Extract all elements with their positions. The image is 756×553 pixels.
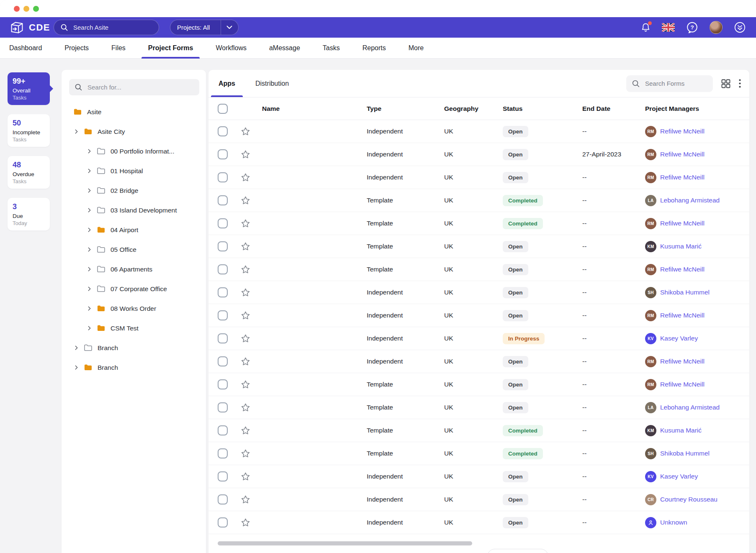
- project-manager-link[interactable]: Refilwe McNeill: [660, 151, 705, 158]
- star-icon[interactable]: [240, 448, 262, 459]
- project-manager-link[interactable]: Shikoba Hummel: [660, 289, 710, 296]
- chevron-down-icon[interactable]: [221, 20, 238, 35]
- tree-search-input[interactable]: [87, 83, 179, 91]
- project-manager-link[interactable]: Refilwe McNeill: [660, 381, 705, 388]
- chevron-right-icon[interactable]: [87, 286, 92, 292]
- nav-tab-amessage[interactable]: aMessage: [262, 38, 307, 58]
- kebab-menu-icon[interactable]: [739, 79, 741, 88]
- select-all-checkbox[interactable]: [218, 104, 228, 114]
- nav-tab-tasks[interactable]: Tasks: [316, 38, 347, 58]
- row-checkbox[interactable]: [218, 379, 228, 389]
- star-icon[interactable]: [240, 172, 262, 183]
- chevron-right-icon[interactable]: [87, 325, 92, 331]
- tree-item-02-bridge[interactable]: 02 Bridge: [69, 181, 199, 200]
- row-checkbox[interactable]: [218, 264, 228, 274]
- nav-tab-files[interactable]: Files: [105, 38, 132, 58]
- star-icon[interactable]: [240, 425, 262, 436]
- scrollbar-thumb[interactable]: [218, 541, 472, 545]
- tree-item-branch[interactable]: Branch: [69, 338, 199, 358]
- tree-item-00-portfolio-informat[interactable]: 00 Portfolio Informat...: [69, 141, 199, 161]
- tree-item-08-works-order[interactable]: 08 Works Order: [69, 299, 199, 318]
- project-manager-link[interactable]: Courtney Rousseau: [660, 496, 717, 503]
- window-zoom-button[interactable]: [33, 6, 39, 12]
- row-checkbox[interactable]: [218, 195, 228, 205]
- row-checkbox[interactable]: [218, 517, 228, 527]
- task-stat-incomplete-tasks[interactable]: 50IncompleteTasks: [8, 114, 50, 147]
- chevron-right-icon[interactable]: [87, 207, 92, 213]
- tree-item-branch[interactable]: Branch: [69, 358, 199, 377]
- row-checkbox[interactable]: [218, 356, 228, 366]
- project-manager-link[interactable]: Refilwe McNeill: [660, 266, 705, 273]
- language-flag-uk-icon[interactable]: [662, 23, 675, 32]
- tree-item-04-airport[interactable]: 04 Airport: [69, 220, 199, 240]
- project-manager-link[interactable]: Refilwe McNeill: [660, 312, 705, 319]
- tree-item-01-hospital[interactable]: 01 Hospital: [69, 161, 199, 181]
- project-manager-link[interactable]: Lebohang Armistead: [660, 404, 720, 411]
- star-icon[interactable]: [240, 402, 262, 413]
- tree-item-05-office[interactable]: 05 Office: [69, 240, 199, 259]
- tree-item-asite-city[interactable]: Asite City: [69, 122, 199, 141]
- tree-item-07-corporate-office[interactable]: 07 Corporate Office: [69, 279, 199, 299]
- tree-item-asite[interactable]: Asite: [69, 102, 199, 122]
- nav-tab-more[interactable]: More: [402, 38, 430, 58]
- chevron-right-icon[interactable]: [87, 168, 92, 174]
- project-manager-link[interactable]: Shikoba Hummel: [660, 450, 710, 457]
- window-close-button[interactable]: [14, 6, 20, 12]
- project-manager-link[interactable]: Kusuma Marić: [660, 243, 702, 250]
- window-minimize-button[interactable]: [23, 6, 29, 12]
- pagination-pill[interactable]: [487, 549, 548, 553]
- star-icon[interactable]: [240, 218, 262, 229]
- star-icon[interactable]: [240, 494, 262, 505]
- star-icon[interactable]: [240, 126, 262, 137]
- tree-search[interactable]: [69, 79, 199, 95]
- project-manager-link[interactable]: Kusuma Marić: [660, 427, 702, 434]
- nav-tab-reports[interactable]: Reports: [356, 38, 393, 58]
- star-icon[interactable]: [240, 241, 262, 252]
- project-manager-link[interactable]: Refilwe McNeill: [660, 220, 705, 227]
- chevron-right-icon[interactable]: [87, 148, 92, 154]
- app-logo[interactable]: CDE: [9, 20, 50, 35]
- notifications-bell-icon[interactable]: [641, 22, 651, 33]
- tab-apps[interactable]: Apps: [217, 70, 237, 97]
- star-icon[interactable]: [240, 517, 262, 528]
- task-stat-due-today[interactable]: 3DueToday: [8, 198, 50, 230]
- row-checkbox[interactable]: [218, 402, 228, 412]
- project-manager-link[interactable]: Unknown: [660, 519, 687, 526]
- row-checkbox[interactable]: [218, 494, 228, 504]
- chevron-right-icon[interactable]: [87, 227, 92, 233]
- nav-tab-dashboard[interactable]: Dashboard: [3, 38, 49, 58]
- forms-search-input[interactable]: [644, 79, 703, 87]
- chevron-right-icon[interactable]: [87, 188, 92, 193]
- chevron-right-icon[interactable]: [74, 365, 79, 370]
- star-icon[interactable]: [240, 379, 262, 390]
- chevron-right-icon[interactable]: [87, 266, 92, 272]
- star-icon[interactable]: [240, 264, 262, 275]
- project-manager-link[interactable]: Refilwe McNeill: [660, 128, 705, 135]
- star-icon[interactable]: [240, 333, 262, 344]
- row-checkbox[interactable]: [218, 126, 228, 136]
- star-icon[interactable]: [240, 287, 262, 298]
- nav-tab-project-forms[interactable]: Project Forms: [141, 38, 200, 58]
- global-search-input[interactable]: [72, 23, 144, 31]
- chevron-right-icon[interactable]: [74, 345, 79, 351]
- project-manager-link[interactable]: Lebohang Armistead: [660, 197, 720, 204]
- star-icon[interactable]: [240, 471, 262, 482]
- double-chevron-down-icon[interactable]: [734, 21, 746, 33]
- project-manager-link[interactable]: Kasey Varley: [660, 335, 698, 342]
- user-avatar[interactable]: [710, 21, 723, 34]
- tab-distribution[interactable]: Distribution: [254, 70, 291, 97]
- star-icon[interactable]: [240, 149, 262, 160]
- tree-item-03-island-development[interactable]: 03 Island Development: [69, 200, 199, 220]
- grid-view-icon[interactable]: [721, 79, 730, 88]
- chevron-right-icon[interactable]: [74, 129, 79, 134]
- tree-item-06-apartments[interactable]: 06 Apartments: [69, 259, 199, 279]
- row-checkbox[interactable]: [218, 287, 228, 297]
- row-checkbox[interactable]: [218, 471, 228, 481]
- row-checkbox[interactable]: [218, 310, 228, 320]
- chevron-right-icon[interactable]: [87, 306, 92, 311]
- tree-item-csm-test[interactable]: CSM Test: [69, 318, 199, 338]
- chevron-right-icon[interactable]: [87, 247, 92, 252]
- row-checkbox[interactable]: [218, 172, 228, 182]
- row-checkbox[interactable]: [218, 333, 228, 343]
- horizontal-scrollbar[interactable]: [211, 541, 747, 545]
